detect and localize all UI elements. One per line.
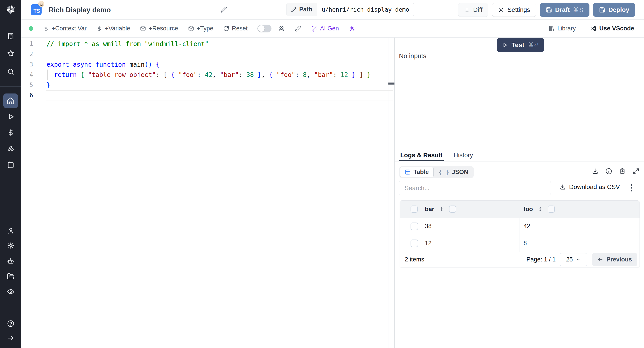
row-checkbox[interactable] [410,240,418,247]
emoji-badge [38,1,44,7]
tab-logs-result[interactable]: Logs & Result [399,150,444,161]
add-type-button[interactable]: +Type [188,25,213,32]
search-icon[interactable] [0,68,21,75]
deploy-button[interactable]: Deploy [593,3,635,17]
download-csv-button[interactable]: Download as CSV [560,184,620,190]
table-row[interactable]: 128 [400,234,640,252]
settings-button[interactable]: Settings [492,3,536,17]
code-line[interactable]: 6 [21,90,394,100]
diff-mode-toggle[interactable] [258,24,272,32]
code-line[interactable]: 2 [21,49,394,59]
column-header-foo[interactable]: foo [524,206,533,213]
page-size-select[interactable]: 25 [560,253,587,266]
sort-icon[interactable] [439,206,444,212]
dollar-icon [43,26,49,32]
path-field[interactable]: Path u/henri/rich_display_demo [286,3,414,16]
users-icon[interactable] [278,25,285,32]
ai-gen-button[interactable]: AI Gen [311,25,339,32]
sort-icon[interactable] [537,206,543,212]
test-shortcut: ⌘↵ [528,42,539,48]
user-icon[interactable] [0,227,21,234]
result-table-body: 3842128 [400,218,640,252]
test-button[interactable]: Test ⌘↵ [497,38,544,52]
code-line[interactable]: 5} [21,80,394,90]
no-inputs-label: No inputs [399,52,426,60]
column-toggle-bar[interactable] [449,206,456,213]
gear-icon [498,7,504,13]
code-line[interactable]: 1// import * as wmill from "windmill-cli… [21,39,394,49]
clipboard-copy-icon[interactable] [619,168,626,175]
wand-icon [311,25,317,32]
page-title: Rich Display demo [49,6,111,14]
refresh-icon [223,26,229,32]
status-dot [28,26,33,31]
editor-toolbar: +Context Var +Variable +Resource +Type [21,20,644,38]
home-icon[interactable] [3,94,18,108]
path-value[interactable]: u/henri/rich_display_demo [317,3,414,16]
previous-page-button[interactable]: Previous [592,253,637,266]
package-icon [140,26,146,32]
info-icon[interactable] [605,168,612,175]
help-icon[interactable] [0,320,21,328]
view-table-option[interactable]: Table [400,167,434,177]
eye-icon[interactable] [0,288,21,296]
sidebar [0,0,21,348]
tab-history[interactable]: History [452,150,474,161]
pencil-icon [291,7,296,12]
select-all-checkbox[interactable] [410,206,418,213]
table-icon [405,169,411,175]
draft-shortcut: ⌘S [573,6,584,14]
column-header-bar[interactable]: bar [425,206,434,213]
code-editor[interactable]: 1// import * as wmill from "windmill-cli… [21,38,394,348]
library-button[interactable]: Library [548,25,576,32]
gear-icon[interactable] [0,242,21,249]
dollar-icon [96,26,102,32]
boxes-icon[interactable] [0,145,21,152]
sparkles-icon[interactable] [348,25,355,32]
result-table: bar foo 3842128 2 items Pa [400,200,640,268]
arrow-left-icon [598,257,603,262]
arrow-right-icon[interactable] [0,334,21,342]
table-row[interactable]: 3842 [400,218,640,234]
calendar-icon[interactable] [0,161,21,169]
row-checkbox[interactable] [410,222,418,230]
column-toggle-foo[interactable] [548,206,555,213]
format-brush-icon[interactable] [294,25,301,32]
run-result-panel: Test ⌘↵ No inputs Logs & Result History … [395,38,644,348]
code-line[interactable]: 3export async function main() { [21,59,394,70]
code-line[interactable]: 4 return { "table-row-object": [ { "foo"… [21,70,394,80]
download-result-icon[interactable] [592,168,598,175]
add-variable-button[interactable]: +Variable [96,25,130,32]
sidebar-divider [0,86,21,86]
windmill-logo[interactable] [0,4,21,15]
library-icon [548,26,554,32]
download-icon [560,184,566,190]
save-icon [546,7,552,13]
table-header: bar foo [400,200,640,218]
package-icon [188,26,194,32]
reset-button[interactable]: Reset [223,25,248,32]
code-lines: 1// import * as wmill from "windmill-cli… [21,39,394,100]
play-icon [502,42,508,48]
page-info: Page: 1 / 1 [526,256,556,263]
diff-button[interactable]: Diff [458,3,488,17]
dollar-icon[interactable] [0,129,21,136]
add-resource-button[interactable]: +Resource [140,25,178,32]
bot-icon[interactable] [0,258,21,265]
overview-ruler-mark[interactable] [388,82,394,84]
building-icon[interactable] [0,32,21,40]
indent-guide [48,70,48,80]
view-json-option[interactable]: { } JSON [434,167,473,177]
search-input[interactable] [399,181,551,195]
items-count: 2 items [405,256,424,263]
draft-button[interactable]: Draft ⌘S [540,3,590,17]
play-icon[interactable] [0,113,21,120]
folder-icon[interactable] [0,273,21,280]
add-context-var-button[interactable]: +Context Var [43,25,86,32]
use-vscode-button[interactable]: Use VScode [590,25,634,32]
panel-divider[interactable] [394,38,395,348]
table-menu-kebab[interactable] [627,183,636,193]
edit-title-pencil-icon[interactable] [220,6,228,13]
expand-icon[interactable] [632,168,640,175]
star-icon[interactable] [0,50,21,57]
